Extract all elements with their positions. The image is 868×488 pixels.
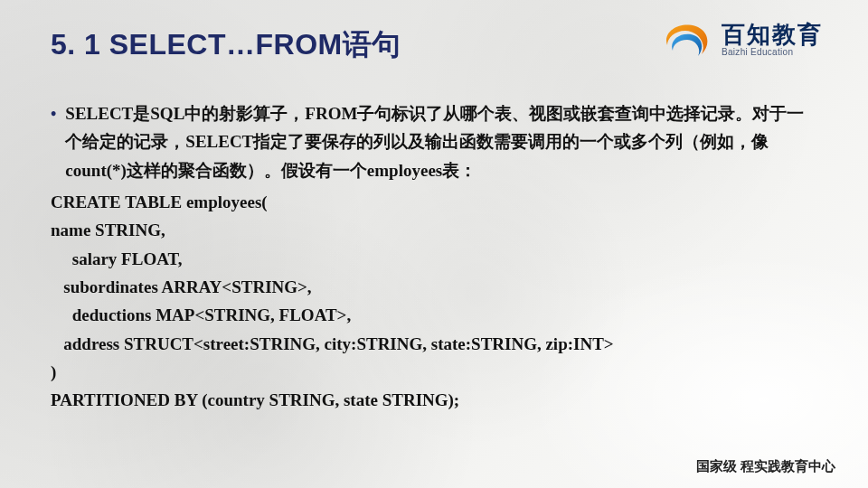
logo-name-en: Baizhi Education	[722, 48, 823, 57]
code-line-3: salary FLOAT,	[51, 245, 817, 273]
code-line-6: address STRUCT<street:STRING, city:STRIN…	[51, 330, 817, 358]
bullet-dot-icon: •	[51, 99, 56, 184]
logo-swoosh-icon	[662, 18, 712, 61]
code-line-8: PARTITIONED BY (country STRING, state ST…	[51, 386, 817, 414]
logo-text: 百知教育 Baizhi Education	[722, 23, 823, 57]
footer-text: 国家级 程实践教育中心	[696, 458, 835, 475]
code-line-1: CREATE TABLE employees(	[51, 188, 817, 216]
code-line-7: )	[51, 358, 817, 386]
bullet-text: SELECT是SQL中的射影算子，FROM子句标识了从哪个表、视图或嵌套查询中选…	[65, 99, 817, 184]
code-line-4: subordinates ARRAY<STRING>,	[51, 273, 817, 301]
brand-logo: 百知教育 Baizhi Education	[662, 18, 823, 61]
bullet-paragraph: • SELECT是SQL中的射影算子，FROM子句标识了从哪个表、视图或嵌套查询…	[51, 99, 817, 184]
code-line-2: name STRING,	[51, 216, 817, 244]
logo-name-cn: 百知教育	[722, 23, 823, 46]
slide: 百知教育 Baizhi Education 5. 1 SELECT…FROM语句…	[0, 0, 868, 488]
slide-body: • SELECT是SQL中的射影算子，FROM子句标识了从哪个表、视图或嵌套查询…	[51, 99, 817, 415]
code-line-5: deductions MAP<STRING, FLOAT>,	[51, 301, 817, 329]
